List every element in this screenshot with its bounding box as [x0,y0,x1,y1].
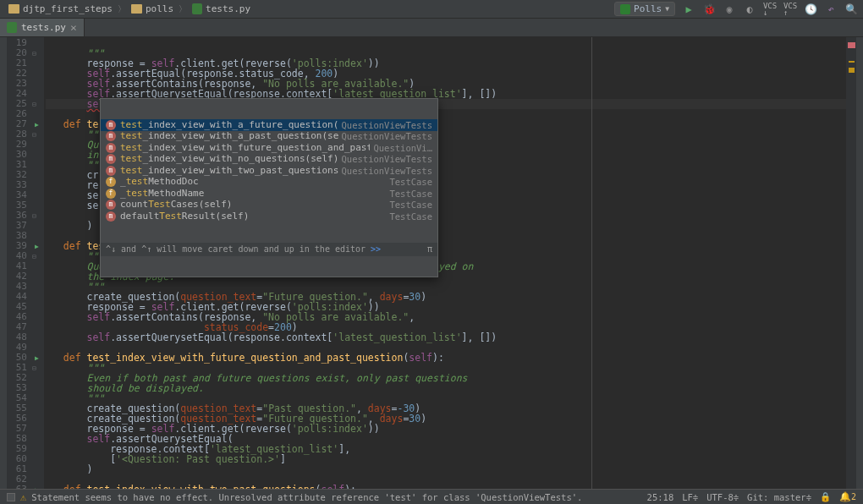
hint-link[interactable]: >> [371,244,381,254]
folder-icon [131,4,142,14]
chevron-right-icon: 〉 [118,3,126,15]
autocomplete-item[interactable]: mcountTestCases(self)TestCase [101,200,437,211]
error-indicator[interactable] [848,42,855,48]
vcs-commit-button[interactable]: VCS↑ [783,3,797,16]
breadcrumb-file-label: tests.py [206,3,250,14]
suggestion-type: QuestionViewTests [342,154,432,164]
code-line[interactable]: ) [46,464,846,474]
run-configuration-dropdown[interactable]: Polls ▼ [614,2,675,16]
breadcrumb-file[interactable]: tests.py [189,3,254,14]
line-separator[interactable]: LF≑ [682,492,698,502]
suggestion-type: TestCase [389,189,432,199]
autocomplete-popup[interactable]: mtest_index_view_with_a_future_question(… [100,98,438,277]
suggestion-name: _testMethodDoc [120,177,199,187]
file-encoding[interactable]: UTF-8≑ [706,492,739,502]
editor[interactable]: 1920212223242526272829303132333435363738… [0,37,863,489]
vcs-history-button[interactable]: 🕓 [804,3,817,16]
autocomplete-item[interactable]: mtest_index_view_with_future_question_an… [101,142,437,154]
left-toolwindow-stripe[interactable] [0,37,7,489]
suggestion-type: QuestionVi… [373,143,432,153]
field-icon: f [106,177,116,187]
method-icon: m [106,143,116,153]
folder-icon [8,4,19,14]
method-icon: m [106,200,116,210]
code-line[interactable]: def test_index_view_with_two_past_questi… [46,485,846,489]
git-branch[interactable]: Git: master≑ [747,492,811,502]
file-tab-label: tests.py [21,22,66,33]
suggestion-name: test_index_view_with_a_future_question(s… [120,120,338,130]
search-everywhere-button[interactable]: 🔍 [844,3,858,16]
run-config-label: Polls [634,3,662,14]
breadcrumb-app[interactable]: polls [128,3,177,14]
django-icon [620,4,630,14]
wrap-guide [591,37,592,489]
status-bar: ⚠ Statement seems to have no effect. Unr… [0,489,863,504]
suggestion-name: test_index_view_with_no_questions(self) [120,154,338,164]
code-line[interactable]: ['<Question: Past question.>'] [46,454,846,464]
suggestion-name: _testMethodName [120,189,204,199]
autocomplete-item[interactable]: mdefaultTestResult(self)TestCase [101,211,437,222]
suggestion-type: TestCase [389,200,432,210]
revert-button[interactable]: ↶ [824,3,838,16]
run-button[interactable]: ▶ [682,3,695,16]
suggestion-name: defaultTestResult(self) [120,211,249,222]
profile-button[interactable]: ◐ [743,3,756,16]
suggestion-type: TestCase [389,177,432,187]
dropdown-arrow-icon: ▼ [665,5,669,13]
tool-windows-toggle[interactable] [7,493,15,501]
python-file-icon [7,22,17,33]
editor-tabs: tests.py × [0,19,863,37]
method-icon: m [106,211,116,222]
coverage-button[interactable]: ◉ [723,3,736,16]
suggestion-name: test_index_view_with_a_past_question(sel… [120,131,338,141]
code-line[interactable]: should be displayed. [46,383,846,393]
autocomplete-item[interactable]: mtest_index_view_with_two_past_questions… [101,165,437,177]
debug-button[interactable]: 🐞 [702,3,716,16]
vcs-update-button[interactable]: VCS↓ [763,3,777,16]
gutter-icons: ⊟⊟▶⊟⊟▶⊟▶⊟▶⊟ [32,37,44,489]
method-icon: m [106,120,116,130]
suggestion-name: test_index_view_with_two_past_questions(… [120,166,338,176]
method-icon: m [106,131,116,141]
cursor-position[interactable]: 25:18 [647,492,674,502]
code-line[interactable]: def test_index_view_with_future_question… [46,353,846,363]
field-icon: f [106,189,116,199]
autocomplete-item[interactable]: mtest_index_view_with_a_past_question(se… [101,131,437,143]
code-area[interactable]: """ response = self.client.get(reverse('… [44,37,846,489]
autocomplete-item[interactable]: f_testMethodDocTestCase [101,177,437,189]
breadcrumb: djtp_first_steps 〉 polls 〉 tests.py [5,3,254,15]
suggestion-name: countTestCases(self) [120,200,232,210]
chevron-right-icon: 〉 [179,3,187,15]
suggestion-name: test_index_view_with_future_question_and… [120,143,370,153]
close-tab-button[interactable]: × [70,21,77,34]
error-stripe[interactable] [846,37,856,489]
method-icon: m [106,154,116,164]
code-line[interactable]: self.assertQuerysetEqual(response.contex… [46,332,846,342]
autocomplete-item[interactable]: mtest_index_view_with_no_questions(self)… [101,154,437,166]
suggestion-type: QuestionViewTests [342,120,432,130]
breadcrumb-project[interactable]: djtp_first_steps [5,3,116,14]
status-message: Statement seems to have no effect. Unres… [31,492,582,502]
python-file-icon [192,3,202,14]
code-line[interactable] [46,38,846,48]
line-number-gutter: 1920212223242526272829303132333435363738… [7,37,32,489]
method-icon: m [106,166,116,176]
autocomplete-item[interactable]: f_testMethodNameTestCase [101,188,437,200]
suggestion-type: QuestionViewTests [342,131,432,141]
autocomplete-hint: ^↓ and ^↑ will move caret down and up in… [101,243,437,256]
readonly-toggle[interactable]: 🔒 [820,491,831,502]
file-tab-tests[interactable]: tests.py × [0,19,85,36]
breadcrumb-project-label: djtp_first_steps [23,3,113,14]
pi-indicator: π [427,244,432,255]
autocomplete-item[interactable]: mtest_index_view_with_a_future_question(… [101,119,437,131]
right-toolwindow-stripe[interactable] [856,37,863,489]
warning-icon: ⚠ [20,491,26,503]
suggestion-type: TestCase [389,211,432,222]
breadcrumb-app-label: polls [146,3,173,14]
notifications-button[interactable]: 🔔2 [839,491,856,502]
warning-mark[interactable] [849,71,855,73]
warning-mark[interactable] [849,61,855,63]
suggestion-type: QuestionViewTests [342,166,432,176]
